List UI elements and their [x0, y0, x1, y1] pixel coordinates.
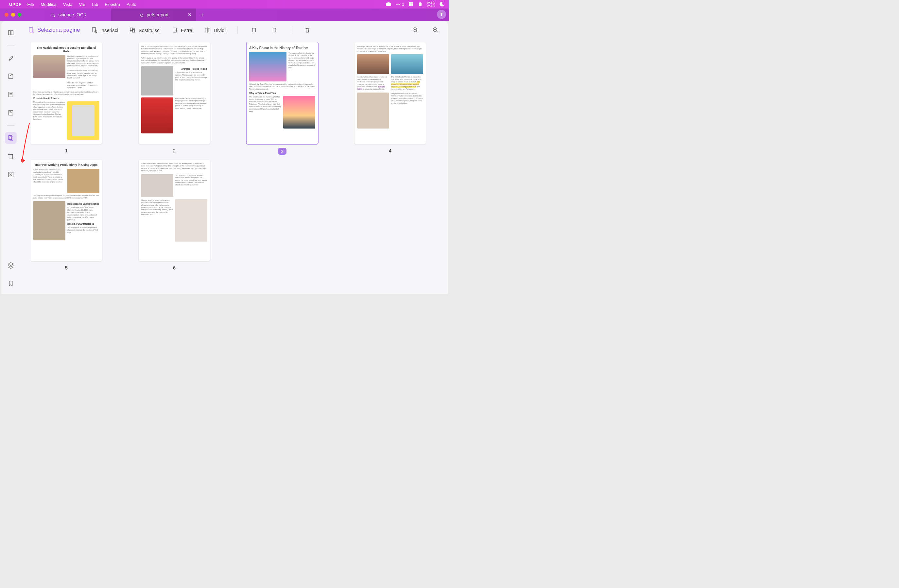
menu-help[interactable]: Aiuto [127, 2, 136, 7]
ocr-mode-icon[interactable] [5, 107, 17, 119]
menu-view[interactable]: Vista [63, 2, 73, 7]
new-tab-button[interactable]: ＋ [196, 9, 208, 21]
editor-workspace: Seleziona pagine Inserisci Sostituisci E… [1, 21, 448, 294]
menu-file[interactable]: File [27, 2, 34, 7]
page-5-h1: Demographic Characteristics [67, 203, 99, 206]
svg-rect-8 [10, 137, 13, 140]
svg-rect-5 [9, 92, 13, 97]
menubar-status-area: 2 0KB/s0KB/s [386, 1, 445, 8]
tray-icon[interactable] [409, 2, 413, 7]
window-traffic-lights [0, 9, 26, 21]
redact-mode-icon[interactable] [5, 169, 17, 181]
edit-mode-icon[interactable] [5, 70, 17, 82]
bookmark-icon[interactable] [5, 278, 17, 289]
tray-icon[interactable] [418, 2, 423, 7]
page-3-h1: Why to Take a Plant Tour [249, 92, 315, 95]
rotate-right-icon[interactable] [270, 26, 279, 35]
page-number: 4 [389, 148, 391, 153]
page-5-title: Improve Working Productivity in Using Ap… [33, 163, 99, 167]
document-tab-1[interactable]: science_OCR [26, 9, 111, 21]
tab-title: pets report [147, 12, 169, 17]
extract-page-tool[interactable]: Estrai [172, 27, 193, 33]
page-thumb-1[interactable]: The Health and Mood-Boosting Benefits of… [31, 43, 102, 157]
page-3-title: A Key Phase in the History of Tourism [249, 46, 315, 50]
svg-rect-19 [273, 28, 276, 32]
zoom-window-button[interactable] [18, 13, 22, 17]
page-1-title: The Health and Mood-Boosting Benefits of… [33, 46, 99, 53]
page-thumbnail-grid: The Health and Mood-Boosting Benefits of… [31, 43, 442, 294]
page-thumb-5[interactable]: Improve Working Productivity in Using Ap… [31, 160, 102, 274]
page-number: 2 [173, 148, 176, 153]
svg-rect-1 [409, 2, 411, 4]
crop-mode-icon[interactable] [5, 150, 17, 162]
document-tab-2[interactable]: pets report ✕ [111, 9, 196, 21]
zoom-in-icon[interactable] [431, 26, 440, 35]
svg-rect-14 [133, 29, 135, 32]
replace-page-tool[interactable]: Sostituisci [129, 27, 161, 33]
svg-rect-7 [9, 136, 12, 140]
menu-window[interactable]: Finestra [105, 2, 120, 7]
svg-rect-13 [130, 28, 133, 31]
page-2-h1: Animals Helping People [175, 68, 207, 71]
menubar-app-name[interactable]: UPDF [9, 2, 21, 7]
organize-toolbar: Seleziona pagine Inserisci Sostituisci E… [20, 21, 448, 39]
user-avatar[interactable]: T [437, 10, 446, 19]
rotate-left-icon[interactable] [250, 26, 259, 35]
form-mode-icon[interactable] [5, 89, 17, 100]
svg-rect-3 [409, 4, 411, 6]
insert-page-tool[interactable]: Inserisci [91, 27, 118, 33]
delete-page-icon[interactable] [303, 26, 312, 35]
svg-rect-17 [208, 28, 210, 32]
svg-marker-22 [22, 159, 25, 163]
select-pages-tool[interactable]: Seleziona pagine [28, 27, 80, 33]
page-number: 5 [65, 265, 68, 270]
page-1-h1: Possible Health Effects [33, 97, 99, 100]
menu-edit[interactable]: Modifica [40, 2, 56, 7]
window-tabstrip: science_OCR pets report ✕ ＋ T [0, 9, 450, 21]
page-thumb-4[interactable]: Kaziranga National Park is a showcase to… [354, 43, 426, 157]
minimize-window-button[interactable] [11, 13, 15, 17]
svg-rect-18 [253, 28, 255, 32]
mode-rail [1, 21, 20, 294]
page-thumb-3[interactable]: A Key Phase in the History of Tourism Th… [247, 43, 318, 157]
tray-icon[interactable] [386, 2, 391, 7]
page-number: 6 [173, 265, 176, 270]
split-page-tool[interactable]: Dividi [204, 27, 226, 33]
annotation-arrow [22, 122, 31, 165]
page-number: 3 [278, 148, 286, 155]
page-5-h2: Baseline Characteristics [67, 223, 99, 226]
svg-rect-4 [411, 4, 413, 6]
page-number: 1 [65, 148, 68, 153]
page-thumb-6[interactable]: Smart devices and Internet-based applica… [139, 160, 210, 274]
svg-rect-11 [93, 28, 96, 32]
zoom-out-icon[interactable] [411, 26, 420, 35]
organize-pages-mode-icon[interactable] [5, 132, 17, 144]
tray-icon[interactable] [440, 1, 445, 8]
network-speed: 0KB/s0KB/s [427, 1, 435, 7]
menu-go[interactable]: Vai [79, 2, 85, 7]
svg-rect-16 [205, 28, 207, 32]
tab-title: science_OCR [59, 12, 87, 17]
tray-icon[interactable]: 2 [396, 2, 404, 6]
tab-close-icon[interactable]: ✕ [188, 12, 192, 17]
layers-icon[interactable] [5, 259, 17, 271]
annotate-mode-icon[interactable] [5, 52, 17, 64]
close-window-button[interactable] [5, 13, 9, 17]
reader-mode-icon[interactable] [5, 27, 17, 39]
menu-tab[interactable]: Tab [91, 2, 98, 7]
svg-rect-10 [29, 28, 33, 32]
svg-rect-0 [386, 3, 391, 6]
page-thumb-2[interactable]: NIH is funding large-scale surveys to fi… [139, 43, 210, 157]
svg-rect-2 [411, 2, 413, 4]
macos-menubar: UPDF File Modifica Vista Vai Tab Finestr… [0, 0, 450, 9]
